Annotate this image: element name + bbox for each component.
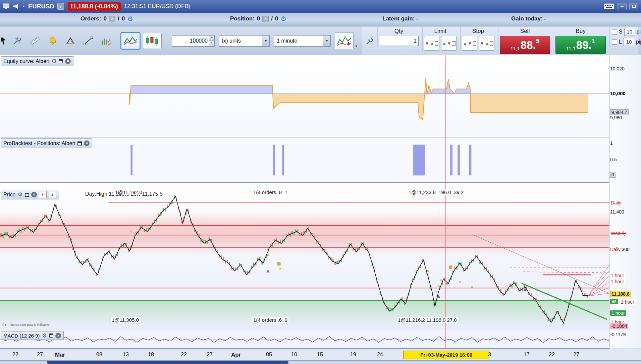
candlestick-mode-button[interactable] xyxy=(143,33,162,49)
buy-stop-button[interactable]: ▲ ▼ xyxy=(462,36,477,51)
price-restore-icon[interactable] xyxy=(25,193,29,197)
price-scale[interactable]: 10,02010,0009,984.79,98010.50Daily11,400… xyxy=(609,55,641,349)
time-axis-label: Mar xyxy=(55,352,65,358)
pips-label: pips xyxy=(637,29,641,35)
l-label: L xyxy=(619,39,622,45)
ruler-icon[interactable] xyxy=(28,33,42,49)
pattern-tool-icon[interactable] xyxy=(63,33,78,49)
macd-settings-icon[interactable]: ⚙ xyxy=(42,333,47,339)
orders-group: Orders: 0 × / 0 ⚙ xyxy=(81,15,133,22)
buy-price-sup: 1 xyxy=(592,38,595,45)
buy-price-main: 89. xyxy=(576,40,592,51)
scale-label: 1 hour xyxy=(620,299,635,305)
scrollbar-thumb[interactable] xyxy=(47,361,288,364)
clock-text: 12:31:51 EUR/USD (DFB) xyxy=(124,3,190,10)
equity-settings-icon[interactable]: ⚙ xyxy=(52,58,57,64)
qty-header: Qty xyxy=(394,27,403,35)
trendline-icon[interactable] xyxy=(81,33,96,49)
drawing-tools xyxy=(0,26,162,55)
buy-limit-button[interactable]: ▼ ▲ xyxy=(424,36,439,51)
svg-text:×: × xyxy=(437,283,440,288)
buy-order-icon[interactable]: ▲ xyxy=(49,191,56,198)
restore-button[interactable] xyxy=(629,3,638,10)
scale-label: 10,020 xyxy=(610,66,625,71)
scale-label: Weekly xyxy=(610,231,627,236)
symbol-dropdown-caret[interactable]: ▼ xyxy=(22,5,25,8)
copyright-text: © IT-Finance.com Data is indicative xyxy=(2,323,50,326)
trading-settings-icon[interactable] xyxy=(365,37,374,46)
announcement-icon[interactable] xyxy=(12,3,19,9)
time-axis-label: 22 xyxy=(181,352,187,358)
price-settings-icon[interactable]: ⚙ xyxy=(17,192,22,197)
trade-annotation: 1@11,233.8 196.0 39.2 xyxy=(408,189,465,195)
sell-limit-button[interactable]: ▲ ▼ xyxy=(441,36,457,51)
minimize-button[interactable]: ─ xyxy=(618,3,627,10)
macd-restore-icon[interactable] xyxy=(49,333,53,338)
orders-label: Orders: xyxy=(81,15,101,22)
monitor-icon[interactable] xyxy=(3,3,9,9)
time-axis-label: Apr xyxy=(231,352,241,358)
scale-label: -0.1004 xyxy=(610,323,628,329)
close-position-icon[interactable]: × xyxy=(262,16,269,22)
chart-style-button[interactable]: ▼ xyxy=(335,33,359,49)
spinner-down-icon[interactable]: ▼ xyxy=(209,41,215,47)
trading-settings-col xyxy=(364,27,375,46)
line-chart-mode-button[interactable] xyxy=(121,33,140,49)
price-badge: 11,188.8 (-0.04%) xyxy=(67,2,121,11)
equity-close-icon[interactable]: × xyxy=(65,58,71,64)
sell-arrow-icon: ▼ xyxy=(480,41,484,46)
positions-restore-icon[interactable] xyxy=(77,141,82,145)
sell-order-icon[interactable]: ▼ xyxy=(39,191,47,198)
svg-text:×: × xyxy=(440,278,442,283)
sell-arrow-icon: ▼ xyxy=(425,41,429,46)
time-axis-label: 27 xyxy=(207,352,213,358)
sell-button[interactable]: 11,1 88. 5 xyxy=(500,36,550,54)
limit-distance-checkbox[interactable] xyxy=(612,39,617,45)
chart-controls: ▲ ▼ (x) units ▼ 1 minute ▼ ▼ xyxy=(172,26,359,55)
units-quantity-stepper: ▲ ▼ xyxy=(172,35,215,47)
units-select[interactable]: (x) units ▼ xyxy=(219,35,270,47)
buy-arrow-icon: ▲ xyxy=(430,41,434,46)
scale-label: 9,984.7 xyxy=(610,109,629,115)
scale-label: Daily xyxy=(610,200,622,205)
stop-header: Stop xyxy=(472,27,484,35)
spinner-up-icon[interactable]: ▲ xyxy=(209,35,215,41)
orders-settings-icon[interactable]: ⚙ xyxy=(127,15,133,22)
timeframe-select[interactable]: 1 minute ▼ xyxy=(274,35,331,47)
stop-pips-input[interactable]: 10 xyxy=(624,28,635,36)
crosshair-cursor-line xyxy=(445,55,446,349)
tools-icon[interactable] xyxy=(10,33,24,49)
stop-distance-checkbox[interactable] xyxy=(612,29,617,35)
positions-close-icon[interactable]: × xyxy=(84,140,90,146)
svg-text:×: × xyxy=(267,252,269,257)
svg-text:×: × xyxy=(427,268,430,274)
trade-annotation: 1(4 orders .8 .1 xyxy=(252,189,288,195)
sell-stop-button[interactable]: ▼ ▲ xyxy=(479,36,494,51)
alarm-icon[interactable] xyxy=(45,33,60,49)
cursor-tool-icon[interactable] xyxy=(1,33,7,49)
orders-slash: / xyxy=(118,15,119,22)
window-symbol[interactable]: EURUSD xyxy=(28,3,54,10)
position-group: Position: 0 × / 0 ⚙ xyxy=(230,15,286,22)
time-axis-label: 19 xyxy=(350,352,356,358)
equity-restore-icon[interactable] xyxy=(59,59,63,63)
info-icon[interactable]: i xyxy=(57,3,64,10)
price-close-icon[interactable]: × xyxy=(31,192,37,197)
limit-header: Limit xyxy=(434,27,446,35)
keyboard-icon[interactable] xyxy=(603,3,615,10)
macd-close-icon[interactable]: × xyxy=(55,333,61,339)
position-settings-icon[interactable]: ⚙ xyxy=(280,15,286,22)
buy-button[interactable]: 11,1 89. 1 xyxy=(555,36,606,54)
trading-panel: Qty Limit ▼ ▲ ▲ ▼ xyxy=(362,26,638,55)
position-label: Position: xyxy=(230,15,255,22)
cancel-orders-icon[interactable]: × xyxy=(109,16,115,22)
order-qty-input[interactable] xyxy=(379,36,419,46)
units-quantity-input[interactable] xyxy=(172,35,209,47)
indicator-icon[interactable] xyxy=(99,33,113,49)
latent-gain: Latent gain: - xyxy=(382,15,418,22)
price-panel-tab: Price ⚙ × ▼ ▲ xyxy=(1,190,59,199)
limit-pips-input[interactable]: 10 xyxy=(624,38,634,46)
stop-limit-distance-col: S 10 pips L 10 pips xyxy=(609,27,641,46)
orders-count: 0 xyxy=(103,15,106,22)
time-axis: Fri 03-May-2019 16:00 2227Mar0813182227A… xyxy=(0,349,641,360)
